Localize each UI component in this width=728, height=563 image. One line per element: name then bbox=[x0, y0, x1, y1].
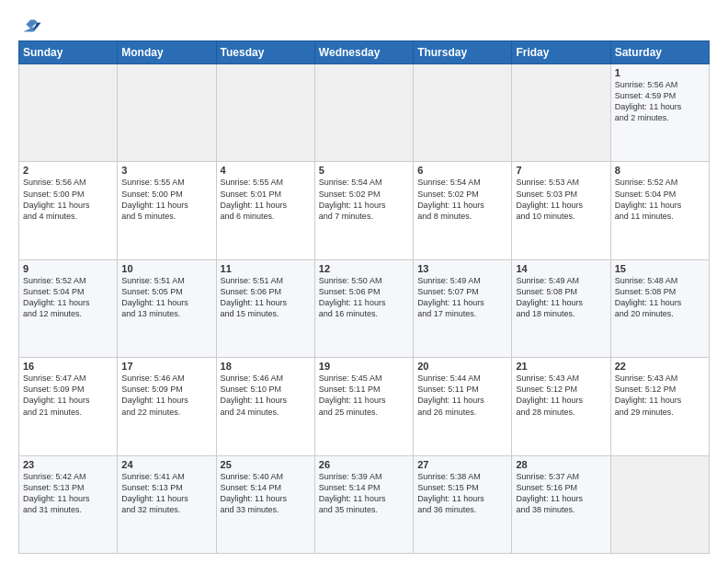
day-cell: 26Sunrise: 5:39 AM Sunset: 5:14 PM Dayli… bbox=[314, 455, 413, 553]
day-info: Sunrise: 5:46 AM Sunset: 5:10 PM Dayligh… bbox=[221, 373, 311, 418]
day-info: Sunrise: 5:52 AM Sunset: 5:04 PM Dayligh… bbox=[23, 275, 113, 320]
day-number: 2 bbox=[23, 165, 113, 176]
day-cell: 2Sunrise: 5:56 AM Sunset: 5:00 PM Daylig… bbox=[19, 162, 118, 259]
day-cell: 9Sunrise: 5:52 AM Sunset: 5:04 PM Daylig… bbox=[19, 259, 118, 357]
day-number: 16 bbox=[23, 361, 113, 372]
day-cell: 19Sunrise: 5:45 AM Sunset: 5:11 PM Dayli… bbox=[314, 358, 413, 455]
day-info: Sunrise: 5:37 AM Sunset: 5:16 PM Dayligh… bbox=[516, 471, 606, 516]
header-cell-sunday: Sunday bbox=[19, 41, 118, 64]
day-cell: 16Sunrise: 5:47 AM Sunset: 5:09 PM Dayli… bbox=[19, 358, 118, 455]
day-cell: 1Sunrise: 5:56 AM Sunset: 4:59 PM Daylig… bbox=[610, 64, 709, 162]
day-number: 6 bbox=[417, 165, 507, 176]
day-number: 23 bbox=[23, 459, 113, 470]
logo bbox=[18, 15, 42, 33]
day-cell: 14Sunrise: 5:49 AM Sunset: 5:08 PM Dayli… bbox=[512, 259, 610, 357]
day-number: 1 bbox=[615, 67, 705, 78]
header-row: SundayMondayTuesdayWednesdayThursdayFrid… bbox=[19, 41, 710, 64]
day-info: Sunrise: 5:49 AM Sunset: 5:08 PM Dayligh… bbox=[516, 275, 606, 320]
day-cell: 8Sunrise: 5:52 AM Sunset: 5:04 PM Daylig… bbox=[610, 162, 709, 259]
day-info: Sunrise: 5:42 AM Sunset: 5:13 PM Dayligh… bbox=[23, 471, 113, 516]
day-cell: 3Sunrise: 5:55 AM Sunset: 5:00 PM Daylig… bbox=[118, 162, 216, 259]
day-info: Sunrise: 5:49 AM Sunset: 5:07 PM Dayligh… bbox=[417, 275, 507, 320]
week-row-4: 16Sunrise: 5:47 AM Sunset: 5:09 PM Dayli… bbox=[19, 358, 710, 455]
day-cell: 5Sunrise: 5:54 AM Sunset: 5:02 PM Daylig… bbox=[314, 162, 413, 259]
day-cell: 18Sunrise: 5:46 AM Sunset: 5:10 PM Dayli… bbox=[216, 358, 314, 455]
day-info: Sunrise: 5:54 AM Sunset: 5:02 PM Dayligh… bbox=[319, 177, 409, 222]
day-info: Sunrise: 5:46 AM Sunset: 5:09 PM Dayligh… bbox=[121, 373, 211, 418]
day-number: 19 bbox=[319, 361, 409, 372]
day-cell: 4Sunrise: 5:55 AM Sunset: 5:01 PM Daylig… bbox=[216, 162, 314, 259]
week-row-2: 2Sunrise: 5:56 AM Sunset: 5:00 PM Daylig… bbox=[19, 162, 710, 259]
day-number: 18 bbox=[221, 361, 311, 372]
day-cell: 17Sunrise: 5:46 AM Sunset: 5:09 PM Dayli… bbox=[118, 358, 216, 455]
week-row-5: 23Sunrise: 5:42 AM Sunset: 5:13 PM Dayli… bbox=[19, 455, 710, 553]
header-cell-wednesday: Wednesday bbox=[314, 41, 413, 64]
day-number: 12 bbox=[319, 263, 409, 274]
day-number: 15 bbox=[615, 263, 705, 274]
header-cell-monday: Monday bbox=[118, 41, 216, 64]
day-number: 24 bbox=[121, 459, 211, 470]
day-number: 17 bbox=[121, 361, 211, 372]
day-cell bbox=[610, 455, 709, 553]
day-cell bbox=[512, 64, 610, 162]
day-info: Sunrise: 5:43 AM Sunset: 5:12 PM Dayligh… bbox=[516, 373, 606, 418]
week-row-1: 1Sunrise: 5:56 AM Sunset: 4:59 PM Daylig… bbox=[19, 64, 710, 162]
day-number: 4 bbox=[221, 165, 311, 176]
day-number: 26 bbox=[319, 459, 409, 470]
day-info: Sunrise: 5:44 AM Sunset: 5:11 PM Dayligh… bbox=[417, 373, 507, 418]
day-number: 11 bbox=[221, 263, 311, 274]
header bbox=[18, 15, 710, 33]
day-cell: 20Sunrise: 5:44 AM Sunset: 5:11 PM Dayli… bbox=[414, 358, 512, 455]
day-cell: 28Sunrise: 5:37 AM Sunset: 5:16 PM Dayli… bbox=[512, 455, 610, 553]
day-cell: 7Sunrise: 5:53 AM Sunset: 5:03 PM Daylig… bbox=[512, 162, 610, 259]
day-number: 20 bbox=[417, 361, 507, 372]
calendar-header: SundayMondayTuesdayWednesdayThursdayFrid… bbox=[19, 41, 710, 64]
header-cell-saturday: Saturday bbox=[610, 41, 709, 64]
day-info: Sunrise: 5:50 AM Sunset: 5:06 PM Dayligh… bbox=[319, 275, 409, 320]
day-cell bbox=[314, 64, 413, 162]
day-number: 14 bbox=[516, 263, 606, 274]
calendar: SundayMondayTuesdayWednesdayThursdayFrid… bbox=[18, 40, 710, 554]
day-info: Sunrise: 5:43 AM Sunset: 5:12 PM Dayligh… bbox=[615, 373, 705, 418]
day-info: Sunrise: 5:48 AM Sunset: 5:08 PM Dayligh… bbox=[615, 275, 705, 320]
day-cell bbox=[19, 64, 118, 162]
day-info: Sunrise: 5:51 AM Sunset: 5:06 PM Dayligh… bbox=[221, 275, 311, 320]
day-number: 21 bbox=[516, 361, 606, 372]
day-info: Sunrise: 5:41 AM Sunset: 5:13 PM Dayligh… bbox=[121, 471, 211, 516]
day-info: Sunrise: 5:55 AM Sunset: 5:01 PM Dayligh… bbox=[221, 177, 311, 222]
day-number: 13 bbox=[417, 263, 507, 274]
day-info: Sunrise: 5:51 AM Sunset: 5:05 PM Dayligh… bbox=[121, 275, 211, 320]
day-number: 10 bbox=[121, 263, 211, 274]
day-info: Sunrise: 5:54 AM Sunset: 5:02 PM Dayligh… bbox=[417, 177, 507, 222]
page: SundayMondayTuesdayWednesdayThursdayFrid… bbox=[0, 0, 728, 563]
day-cell: 21Sunrise: 5:43 AM Sunset: 5:12 PM Dayli… bbox=[512, 358, 610, 455]
logo-icon bbox=[20, 15, 42, 37]
day-cell: 11Sunrise: 5:51 AM Sunset: 5:06 PM Dayli… bbox=[216, 259, 314, 357]
day-info: Sunrise: 5:53 AM Sunset: 5:03 PM Dayligh… bbox=[516, 177, 606, 222]
day-cell bbox=[414, 64, 512, 162]
week-row-3: 9Sunrise: 5:52 AM Sunset: 5:04 PM Daylig… bbox=[19, 259, 710, 357]
day-cell: 12Sunrise: 5:50 AM Sunset: 5:06 PM Dayli… bbox=[314, 259, 413, 357]
day-info: Sunrise: 5:45 AM Sunset: 5:11 PM Dayligh… bbox=[319, 373, 409, 418]
day-info: Sunrise: 5:38 AM Sunset: 5:15 PM Dayligh… bbox=[417, 471, 507, 516]
day-number: 7 bbox=[516, 165, 606, 176]
day-number: 9 bbox=[23, 263, 113, 274]
day-cell bbox=[216, 64, 314, 162]
day-number: 25 bbox=[221, 459, 311, 470]
day-cell: 15Sunrise: 5:48 AM Sunset: 5:08 PM Dayli… bbox=[610, 259, 709, 357]
day-cell: 13Sunrise: 5:49 AM Sunset: 5:07 PM Dayli… bbox=[414, 259, 512, 357]
day-number: 22 bbox=[615, 361, 705, 372]
day-info: Sunrise: 5:55 AM Sunset: 5:00 PM Dayligh… bbox=[121, 177, 211, 222]
day-info: Sunrise: 5:56 AM Sunset: 5:00 PM Dayligh… bbox=[23, 177, 113, 222]
day-cell: 6Sunrise: 5:54 AM Sunset: 5:02 PM Daylig… bbox=[414, 162, 512, 259]
day-info: Sunrise: 5:40 AM Sunset: 5:14 PM Dayligh… bbox=[221, 471, 311, 516]
day-number: 28 bbox=[516, 459, 606, 470]
calendar-body: 1Sunrise: 5:56 AM Sunset: 4:59 PM Daylig… bbox=[19, 64, 710, 554]
header-cell-thursday: Thursday bbox=[414, 41, 512, 64]
day-info: Sunrise: 5:56 AM Sunset: 4:59 PM Dayligh… bbox=[615, 79, 705, 124]
day-cell: 22Sunrise: 5:43 AM Sunset: 5:12 PM Dayli… bbox=[610, 358, 709, 455]
day-cell: 24Sunrise: 5:41 AM Sunset: 5:13 PM Dayli… bbox=[118, 455, 216, 553]
day-cell: 25Sunrise: 5:40 AM Sunset: 5:14 PM Dayli… bbox=[216, 455, 314, 553]
day-info: Sunrise: 5:39 AM Sunset: 5:14 PM Dayligh… bbox=[319, 471, 409, 516]
day-number: 5 bbox=[319, 165, 409, 176]
